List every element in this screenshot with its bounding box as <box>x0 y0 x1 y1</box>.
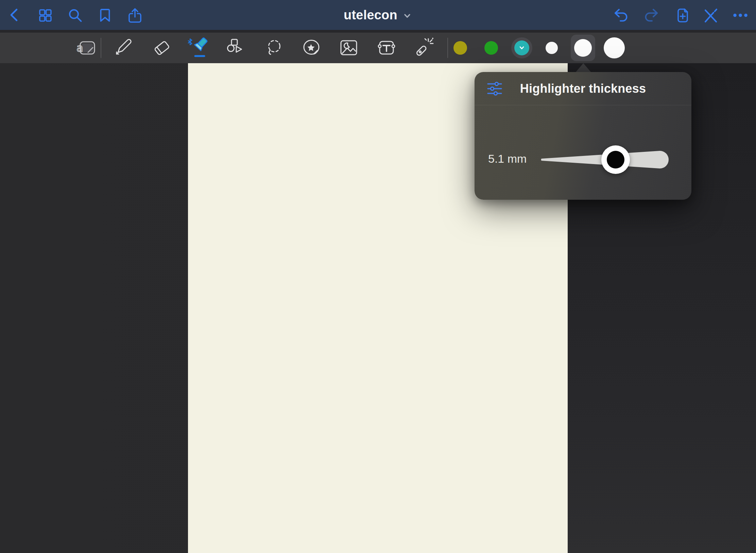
sticker-star-icon <box>301 37 323 59</box>
color-swatch-teal-inner <box>514 40 529 55</box>
lasso-icon <box>263 37 285 59</box>
text-icon <box>376 37 397 59</box>
bookmark-icon <box>97 7 113 23</box>
redo-button[interactable] <box>643 7 659 23</box>
thickness-slider-thumb-dot <box>607 151 624 168</box>
toolbar-seam <box>0 30 756 33</box>
popover-arrow <box>575 63 591 72</box>
shapes-tool[interactable] <box>226 37 247 59</box>
eraser-tool[interactable] <box>152 37 173 59</box>
thickness-preset-large[interactable] <box>604 37 625 58</box>
search-button[interactable] <box>67 7 83 23</box>
zoom-window-tool[interactable]: a <box>76 37 98 59</box>
thickness-slider-thumb[interactable] <box>601 145 630 174</box>
highlighter-icon <box>186 37 211 59</box>
title-chevron-down-icon[interactable] <box>402 11 412 21</box>
pen-tool[interactable] <box>114 37 136 59</box>
share-icon <box>127 7 143 23</box>
document-title[interactable]: utelecon <box>344 8 397 22</box>
thickness-preset-small[interactable] <box>546 42 558 54</box>
zoom-window-icon: a <box>76 37 98 59</box>
add-page-button[interactable] <box>673 7 690 23</box>
highlighter-tool[interactable] <box>186 37 211 59</box>
undo-button[interactable] <box>613 7 630 23</box>
text-tool[interactable] <box>376 37 397 59</box>
search-icon <box>67 7 83 23</box>
toolbar-divider <box>101 38 101 58</box>
chevron-down-icon <box>518 44 525 51</box>
lasso-tool[interactable] <box>263 37 285 59</box>
stop-editing-button[interactable] <box>702 7 719 23</box>
back-button[interactable] <box>7 7 23 23</box>
thickness-slider[interactable] <box>540 149 670 170</box>
thickness-preset-medium-selected[interactable] <box>571 35 595 61</box>
ellipsis-icon <box>732 7 749 23</box>
laser-pointer-tool[interactable] <box>413 37 435 59</box>
add-page-icon <box>673 7 690 23</box>
elements-tool[interactable] <box>301 37 323 59</box>
bookmark-button[interactable] <box>97 7 113 23</box>
thickness-value-label: 5.1 mm <box>488 152 539 165</box>
undo-icon <box>613 7 630 23</box>
eraser-icon <box>152 37 173 59</box>
pencil-crossed-icon <box>702 7 719 23</box>
redo-icon <box>643 7 659 23</box>
image-tool[interactable] <box>338 37 360 59</box>
tool-bar: a <box>0 33 756 63</box>
share-button[interactable] <box>127 7 143 23</box>
popover-header: Highlighter thickness <box>475 72 691 105</box>
svg-text:a: a <box>76 41 83 54</box>
color-swatch-teal-selected[interactable] <box>511 37 532 58</box>
image-icon <box>338 37 360 59</box>
highlighter-thickness-popover: Highlighter thickness 5.1 mm <box>475 72 691 200</box>
pages-overview-button[interactable] <box>37 7 53 23</box>
shapes-icon <box>226 37 247 59</box>
bluetooth-icon <box>188 39 192 45</box>
laser-pointer-icon <box>413 37 435 59</box>
navigation-bar: utelecon <box>0 0 756 30</box>
toolbar-divider <box>447 38 448 58</box>
more-button[interactable] <box>732 7 749 23</box>
popover-title: Highlighter thickness <box>475 72 691 105</box>
chevron-left-icon <box>7 7 23 23</box>
thickness-preset-medium-dot <box>574 39 592 57</box>
color-swatch-olive[interactable] <box>453 41 467 55</box>
grid-icon <box>37 7 53 23</box>
pen-icon <box>114 37 136 59</box>
color-swatch-green[interactable] <box>484 41 498 55</box>
